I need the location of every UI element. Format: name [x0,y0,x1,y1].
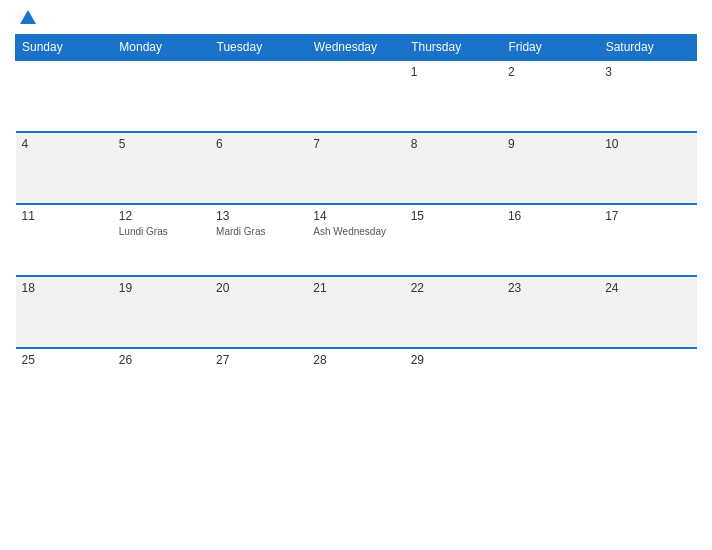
calendar-cell: 17 [599,204,696,276]
calendar-cell: 18 [16,276,113,348]
calendar-cell [113,60,210,132]
day-number: 23 [508,281,593,295]
calendar-cell: 29 [405,348,502,420]
calendar-cell: 23 [502,276,599,348]
day-number: 20 [216,281,301,295]
day-number: 17 [605,209,690,223]
calendar-header [15,10,697,26]
calendar-cell: 7 [307,132,404,204]
day-number: 29 [411,353,496,367]
day-number: 27 [216,353,301,367]
calendar-cell [16,60,113,132]
calendar-cell: 8 [405,132,502,204]
calendar-week-row: 1112Lundi Gras13Mardi Gras14Ash Wednesda… [16,204,697,276]
calendar-cell: 24 [599,276,696,348]
calendar-cell: 28 [307,348,404,420]
day-number: 26 [119,353,204,367]
event-label: Mardi Gras [216,225,301,238]
calendar-cell: 14Ash Wednesday [307,204,404,276]
calendar-cell: 16 [502,204,599,276]
day-number: 25 [22,353,107,367]
day-number: 5 [119,137,204,151]
calendar-cell: 15 [405,204,502,276]
weekday-header-tuesday: Tuesday [210,35,307,61]
calendar-cell: 10 [599,132,696,204]
day-number: 16 [508,209,593,223]
day-number: 3 [605,65,690,79]
day-number: 10 [605,137,690,151]
calendar-week-row: 2526272829 [16,348,697,420]
calendar-cell: 11 [16,204,113,276]
day-number: 14 [313,209,398,223]
calendar-cell: 6 [210,132,307,204]
calendar-cell: 25 [16,348,113,420]
weekday-header-sunday: Sunday [16,35,113,61]
day-number: 28 [313,353,398,367]
weekday-header-saturday: Saturday [599,35,696,61]
event-label: Ash Wednesday [313,225,398,238]
weekday-header-thursday: Thursday [405,35,502,61]
calendar-cell [307,60,404,132]
day-number: 7 [313,137,398,151]
calendar-cell: 4 [16,132,113,204]
day-number: 6 [216,137,301,151]
calendar-cell: 3 [599,60,696,132]
calendar-cell: 9 [502,132,599,204]
day-number: 22 [411,281,496,295]
weekday-header-friday: Friday [502,35,599,61]
calendar-cell: 2 [502,60,599,132]
calendar-cell: 21 [307,276,404,348]
calendar-cell: 1 [405,60,502,132]
calendar-cell: 20 [210,276,307,348]
day-number: 24 [605,281,690,295]
logo-triangle-icon [20,10,36,24]
weekday-header-monday: Monday [113,35,210,61]
calendar-week-row: 123 [16,60,697,132]
day-number: 13 [216,209,301,223]
logo [20,10,38,26]
weekday-header-row: SundayMondayTuesdayWednesdayThursdayFrid… [16,35,697,61]
day-number: 18 [22,281,107,295]
day-number: 9 [508,137,593,151]
calendar-container: SundayMondayTuesdayWednesdayThursdayFrid… [0,0,712,550]
calendar-cell: 19 [113,276,210,348]
day-number: 21 [313,281,398,295]
calendar-cell: 22 [405,276,502,348]
calendar-cell: 13Mardi Gras [210,204,307,276]
day-number: 8 [411,137,496,151]
calendar-cell [210,60,307,132]
day-number: 1 [411,65,496,79]
day-number: 12 [119,209,204,223]
day-number: 11 [22,209,107,223]
calendar-week-row: 45678910 [16,132,697,204]
calendar-cell [502,348,599,420]
day-number: 15 [411,209,496,223]
calendar-cell: 5 [113,132,210,204]
calendar-cell: 27 [210,348,307,420]
weekday-header-wednesday: Wednesday [307,35,404,61]
calendar-table: SundayMondayTuesdayWednesdayThursdayFrid… [15,34,697,420]
calendar-week-row: 18192021222324 [16,276,697,348]
day-number: 4 [22,137,107,151]
day-number: 19 [119,281,204,295]
calendar-cell: 26 [113,348,210,420]
event-label: Lundi Gras [119,225,204,238]
calendar-cell: 12Lundi Gras [113,204,210,276]
day-number: 2 [508,65,593,79]
calendar-cell [599,348,696,420]
